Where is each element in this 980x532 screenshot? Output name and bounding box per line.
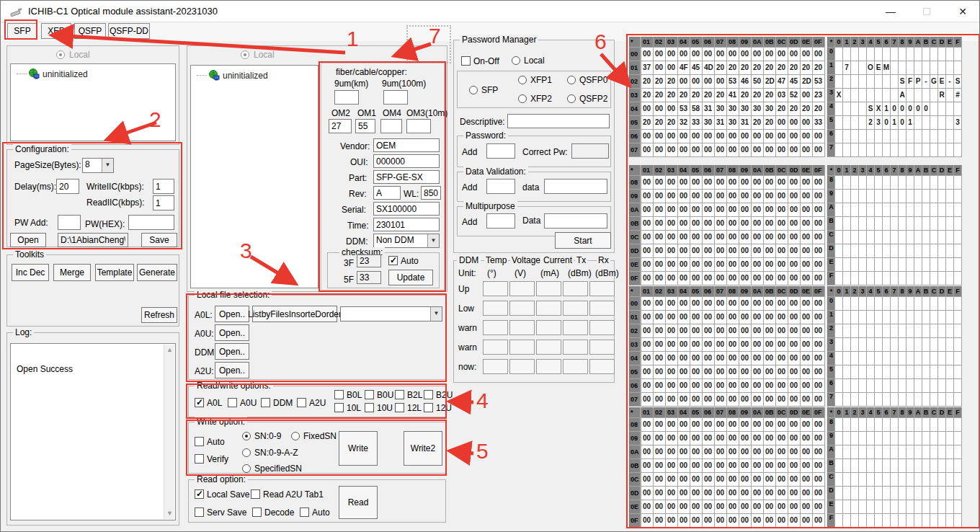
hex-cell[interactable]: 00	[715, 445, 727, 459]
hex-cell[interactable]: 00	[703, 48, 715, 61]
hex-cell[interactable]: 00	[739, 297, 752, 311]
open-button[interactable]: Open	[10, 233, 46, 247]
hex-cell[interactable]: 00	[813, 379, 825, 393]
hex-cell[interactable]: 00	[666, 473, 678, 487]
hex-cell[interactable]: 00	[788, 176, 801, 190]
hex-cell[interactable]: 00	[788, 297, 801, 311]
hex-cell[interactable]: 00	[666, 61, 678, 75]
save-button[interactable]: Save	[141, 233, 177, 247]
hex-cell[interactable]: 53	[727, 75, 739, 89]
hex-cell[interactable]: 00	[690, 190, 703, 203]
hex-cell[interactable]: 00	[666, 130, 678, 143]
hex-cell[interactable]: 00	[666, 176, 678, 190]
hex-cell[interactable]: 00	[739, 393, 752, 407]
minimize-button[interactable]: —	[874, 1, 907, 22]
hex-cell[interactable]: 47	[776, 75, 788, 89]
hex-cell[interactable]: 00	[764, 352, 776, 365]
hex-cell[interactable]: 00	[813, 190, 825, 203]
hex-cell[interactable]: 00	[813, 445, 825, 459]
hex-cell[interactable]: 00	[813, 338, 825, 352]
hex-cell[interactable]: 00	[739, 217, 752, 231]
hex-cell[interactable]: 00	[666, 352, 678, 365]
hex-cell[interactable]: 00	[801, 418, 813, 432]
hex-cell[interactable]: 20	[654, 116, 666, 130]
template-button[interactable]: Template	[95, 264, 134, 281]
hex-cell[interactable]: 00	[690, 459, 703, 473]
hex-cell[interactable]: 00	[666, 459, 678, 473]
left-device-tree[interactable]: uninitialized	[10, 63, 176, 141]
hex-cell[interactable]: 00	[752, 432, 764, 445]
tab-xfp[interactable]: XFP	[41, 23, 71, 39]
update-button[interactable]: Update	[388, 270, 433, 285]
hex-cell[interactable]: 00	[703, 190, 715, 203]
hex-cell[interactable]: 00	[641, 272, 654, 285]
pm-local-radio[interactable]	[512, 56, 520, 65]
hex-cell[interactable]: 00	[654, 487, 666, 500]
hex-cell[interactable]: 00	[764, 500, 776, 514]
hex-cell[interactable]: 00	[727, 244, 739, 258]
hex-cell[interactable]: 00	[764, 324, 776, 338]
hex-cell[interactable]: 00	[690, 272, 703, 285]
hex-cell[interactable]: 00	[641, 48, 654, 61]
hex-cell[interactable]: 00	[641, 176, 654, 190]
hex-cell[interactable]: 00	[678, 272, 690, 285]
hex-cell[interactable]: 20	[666, 89, 678, 102]
hex-cell[interactable]: 00	[764, 244, 776, 258]
hex-cell[interactable]: 00	[678, 352, 690, 365]
hex-cell[interactable]: 00	[788, 514, 801, 528]
password-add-input[interactable]	[486, 143, 515, 159]
hex-cell[interactable]: 00	[776, 432, 788, 445]
hex-cell[interactable]: 00	[715, 432, 727, 445]
pm-qsfp2-radio[interactable]	[567, 94, 576, 103]
hex-cell[interactable]: 00	[813, 217, 825, 231]
hex-cell[interactable]: 00	[703, 338, 715, 352]
hex-cell[interactable]: 00	[776, 311, 788, 324]
hex-cell[interactable]: 00	[678, 258, 690, 272]
hex-cell[interactable]: 00	[727, 272, 739, 285]
hex-cell[interactable]: 00	[654, 143, 666, 157]
hex-cell[interactable]: 00	[678, 75, 690, 89]
hex-cell[interactable]: 00	[690, 379, 703, 393]
hex-cell[interactable]: 00	[690, 445, 703, 459]
write-button[interactable]: Write	[339, 431, 378, 466]
hex-cell[interactable]: 50	[752, 75, 764, 89]
hex-cell[interactable]: 00	[715, 311, 727, 324]
hex-cell[interactable]: 00	[654, 272, 666, 285]
hex-cell[interactable]: 00	[666, 393, 678, 407]
hex-cell[interactable]: 00	[764, 432, 776, 445]
hex-cell[interactable]: 00	[739, 231, 752, 244]
hex-cell[interactable]: 00	[715, 352, 727, 365]
hex-cell[interactable]: 00	[727, 500, 739, 514]
hex-cell[interactable]: 00	[727, 365, 739, 379]
left-local-radio[interactable]	[56, 50, 65, 59]
hex-cell[interactable]: 00	[654, 61, 666, 75]
hex-cell[interactable]: 00	[813, 459, 825, 473]
hex-cell[interactable]: 00	[715, 75, 727, 89]
middle-device-tree[interactable]: uninitialized	[190, 65, 318, 288]
hex-cell[interactable]: 00	[813, 393, 825, 407]
hex-cell[interactable]: 00	[727, 338, 739, 352]
hex-cell[interactable]: 00	[739, 143, 752, 157]
hex-cell[interactable]: 00	[727, 176, 739, 190]
hex-cell[interactable]: 00	[752, 393, 764, 407]
hex-cell[interactable]: 00	[801, 244, 813, 258]
read-a2u-tab1-checkbox[interactable]	[251, 489, 260, 499]
om3-input[interactable]	[406, 119, 431, 133]
hex-cell[interactable]: 20	[666, 75, 678, 89]
hex-cell[interactable]: 00	[788, 130, 801, 143]
hex-cell[interactable]: 00	[776, 352, 788, 365]
hex-cell[interactable]: 00	[690, 217, 703, 231]
hex-cell[interactable]: 20	[788, 102, 801, 116]
hex-cell[interactable]: 00	[739, 48, 752, 61]
hex-cell[interactable]: 00	[764, 365, 776, 379]
hex-cell[interactable]: 00	[690, 130, 703, 143]
hex-cell[interactable]: 00	[690, 143, 703, 157]
hex-cell[interactable]: 00	[666, 311, 678, 324]
hex-cell[interactable]: 00	[752, 176, 764, 190]
hex-cell[interactable]: 00	[703, 130, 715, 143]
hex-cell[interactable]: 00	[788, 352, 801, 365]
hex-cell[interactable]: 00	[752, 272, 764, 285]
hex-cell[interactable]: 00	[776, 297, 788, 311]
hex-cell[interactable]: 00	[801, 459, 813, 473]
hex-cell[interactable]: 00	[764, 231, 776, 244]
